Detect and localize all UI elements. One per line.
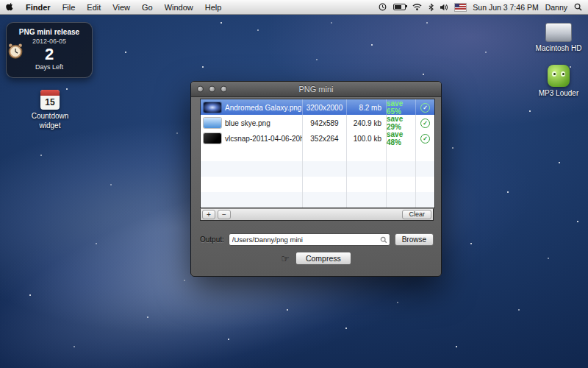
calendar-icon-day: 15 (40, 96, 60, 109)
add-files-button[interactable]: + (202, 210, 215, 219)
file-size: 8.2 mb (346, 99, 386, 116)
menu-bar: Finder File Edit View Go Window Help Sun… (0, 0, 588, 15)
table-row[interactable]: blue skye.png 942x589 240.9 kb save 29% … (201, 115, 434, 130)
wifi-icon[interactable] (412, 3, 422, 11)
desktop-icon-label: Macintosh HD (534, 44, 583, 54)
magnifier-icon[interactable] (380, 233, 387, 247)
time-machine-icon[interactable] (379, 3, 387, 11)
file-savings: save 48% (386, 130, 415, 146)
empty-row (201, 146, 434, 161)
user-menu[interactable]: Danny (545, 3, 567, 12)
widget-title: PNG mini release (7, 28, 92, 36)
file-thumbnail (204, 133, 221, 144)
zoom-button[interactable] (220, 86, 227, 93)
desktop-icon-label: MP3 Louder (534, 89, 583, 99)
menu-item-view[interactable]: View (112, 3, 130, 12)
file-dimensions: 352x264 (302, 130, 346, 146)
table-row[interactable]: Andromeda Galaxy.png 3200x2000 8.2 mb sa… (201, 99, 434, 115)
list-toolbar: + − Clear (200, 208, 434, 221)
mp3-louder-app-icon (548, 65, 570, 87)
menu-item-window[interactable]: Window (165, 3, 193, 12)
empty-row (201, 192, 434, 208)
file-list: Andromeda Galaxy.png 3200x2000 8.2 mb sa… (200, 99, 435, 208)
png-mini-window: PNG mini Andromeda Galaxy.png 3200x2000 … (190, 81, 442, 277)
clear-button[interactable]: Clear (402, 210, 431, 219)
table-row[interactable]: vlcsnap-2011-04-06-20h40m36s165.png 352x… (201, 130, 434, 146)
battery-icon[interactable] (393, 4, 406, 10)
minimize-button[interactable] (209, 86, 215, 93)
compress-section: ☞ Compress (191, 252, 441, 265)
volume-icon[interactable] (440, 4, 448, 11)
spotlight-icon[interactable] (574, 3, 582, 11)
file-savings: save 29% (386, 115, 415, 131)
menu-item-file[interactable]: File (62, 3, 76, 12)
file-savings: save 65% (386, 99, 415, 116)
file-size: 100.0 kb (346, 130, 386, 146)
empty-row (201, 177, 434, 192)
output-path-field[interactable] (229, 233, 390, 246)
countdown-widget-shortcut[interactable]: 15 Countdown widget (22, 90, 78, 130)
file-name: vlcsnap-2011-04-06-20h40m36s165.png (225, 135, 302, 143)
done-check-icon: ✓ (420, 103, 430, 113)
file-thumbnail (204, 118, 221, 128)
desktop-icon-macintosh-hd[interactable]: Macintosh HD (534, 23, 583, 54)
window-title: PNG mini (298, 85, 333, 93)
menu-item-edit[interactable]: Edit (87, 3, 101, 12)
countdown-widget-panel[interactable]: PNG mini release 2012-06-05 2 Days Left (6, 22, 93, 78)
window-titlebar[interactable]: PNG mini (191, 82, 441, 97)
menu-item-help[interactable]: Help (205, 3, 222, 12)
file-name: Andromeda Galaxy.png (225, 104, 301, 112)
menu-item-finder[interactable]: Finder (26, 3, 51, 12)
compress-button[interactable]: Compress (295, 252, 351, 265)
calendar-icon: 15 (40, 90, 60, 110)
file-thumbnail (204, 102, 221, 113)
close-button[interactable] (197, 86, 204, 93)
bluetooth-icon[interactable] (429, 3, 434, 12)
done-check-icon: ✓ (420, 134, 430, 144)
output-label: Output: (200, 236, 224, 244)
widget-days-label: Days Left (7, 63, 92, 71)
file-size: 240.9 kb (346, 115, 386, 131)
pointing-hand-icon: ☞ (281, 254, 290, 263)
remove-files-button[interactable]: − (218, 210, 231, 219)
browse-button[interactable]: Browse (395, 233, 434, 246)
alarm-clock-icon (7, 42, 24, 63)
file-dimensions: 3200x2000 (302, 99, 346, 116)
input-source-flag-icon[interactable] (455, 4, 466, 11)
apple-menu-icon[interactable] (6, 1, 14, 13)
desktop-icon-mp3-louder[interactable]: MP3 Louder (534, 65, 583, 99)
calendar-icon-header (40, 90, 60, 96)
file-name: blue skye.png (225, 119, 270, 127)
output-path-input[interactable] (232, 236, 380, 244)
file-dimensions: 942x589 (302, 115, 346, 131)
menu-clock[interactable]: Sun Jun 3 7:46 PM (473, 3, 538, 12)
menu-item-go[interactable]: Go (142, 3, 153, 12)
widget-shortcut-label: Countdown widget (22, 112, 78, 130)
empty-row (201, 161, 434, 177)
done-check-icon: ✓ (420, 118, 430, 128)
hard-drive-icon (545, 23, 572, 42)
output-section: Output: Browse (200, 233, 434, 246)
